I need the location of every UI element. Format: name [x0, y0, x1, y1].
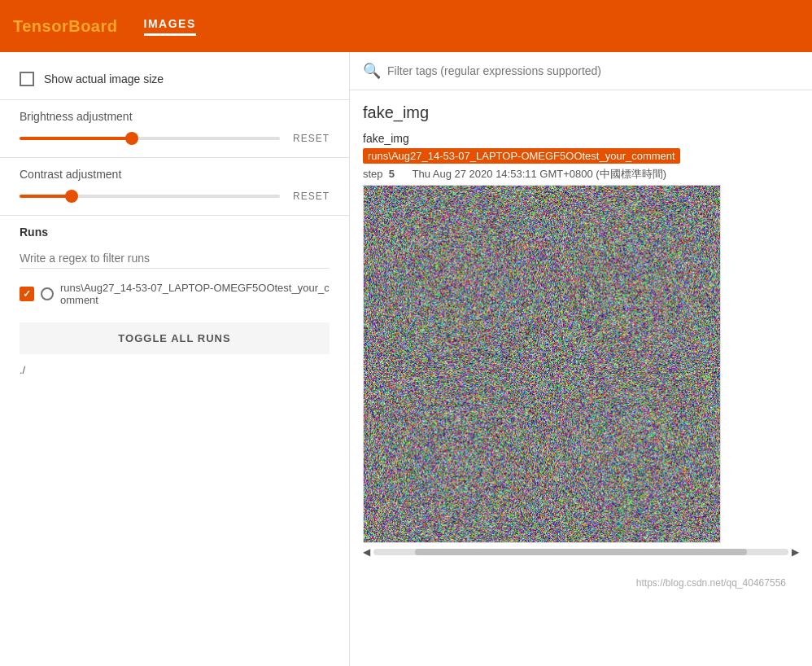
image-entry: fake_img runs\Aug27_14-53-07_LAPTOP-OMEG…: [363, 132, 799, 561]
content-area: 🔍 fake_img fake_img runs\Aug27_14-53-07_…: [350, 52, 812, 666]
image-scrollbar: ◀ ▶: [363, 543, 799, 561]
image-meta: fake_img runs\Aug27_14-53-07_LAPTOP-OMEG…: [363, 132, 799, 182]
scroll-right-arrow[interactable]: ▶: [792, 546, 799, 558]
run-radio[interactable]: [41, 287, 54, 300]
image-step-row: step 5 Thu Aug 27 2020 14:53:11 GMT+0800…: [363, 167, 799, 182]
run-label: runs\Aug27_14-53-07_LAPTOP-OMEGF5OOtest_…: [60, 282, 330, 306]
brightness-slider-thumb[interactable]: [125, 132, 138, 145]
main-layout: Show actual image size Brightness adjust…: [0, 52, 812, 666]
brightness-section: Brightness adjustment RESET: [0, 100, 349, 158]
noise-image-container: [363, 185, 721, 543]
image-entry-title: fake_img: [363, 132, 799, 145]
show-size-checkbox[interactable]: [20, 72, 34, 86]
brightness-slider-row: RESET: [20, 133, 330, 144]
step-label: step: [363, 168, 383, 180]
watermark: https://blog.csdn.net/qq_40467556: [363, 574, 799, 595]
nav-images-tab[interactable]: IMAGES: [144, 17, 196, 36]
contrast-title: Contrast adjustment: [20, 168, 330, 181]
noise-canvas: [364, 186, 720, 542]
runs-title: Runs: [20, 226, 330, 239]
image-run-badge: runs\Aug27_14-53-07_LAPTOP-OMEGF5OOtest_…: [363, 148, 680, 164]
show-size-row: Show actual image size: [0, 65, 349, 100]
scroll-thumb[interactable]: [415, 549, 747, 555]
contrast-reset-button[interactable]: RESET: [293, 191, 330, 202]
current-dir: ./: [20, 361, 330, 379]
brightness-title: Brightness adjustment: [20, 110, 330, 123]
contrast-slider-row: RESET: [20, 191, 330, 202]
logo-board: Board: [68, 17, 117, 35]
contrast-slider-thumb[interactable]: [65, 190, 78, 203]
show-size-label: Show actual image size: [44, 72, 164, 85]
brightness-slider-fill: [20, 137, 132, 140]
contrast-section: Contrast adjustment RESET: [0, 158, 349, 216]
logo-tensor: Tensor: [13, 17, 68, 35]
header: TensorBoard IMAGES: [0, 0, 812, 52]
contrast-slider-fill: [20, 195, 72, 198]
runs-section: Runs runs\Aug27_14-53-07_LAPTOP-OMEGF5OO…: [0, 216, 349, 386]
run-item: runs\Aug27_14-53-07_LAPTOP-OMEGF5OOtest_…: [20, 278, 330, 309]
image-panels: fake_img fake_img runs\Aug27_14-53-07_LA…: [350, 90, 812, 608]
brightness-slider-track[interactable]: [20, 137, 280, 140]
filter-bar: 🔍: [350, 52, 812, 90]
filter-tags-input[interactable]: [387, 64, 799, 77]
logo: TensorBoard: [13, 17, 118, 36]
image-timestamp: Thu Aug 27 2020 14:53:11 GMT+0800 (中國標準時…: [412, 168, 666, 180]
step-value: 5: [389, 168, 395, 180]
run-checkbox[interactable]: [20, 287, 34, 301]
sidebar: Show actual image size Brightness adjust…: [0, 52, 350, 666]
contrast-slider-track[interactable]: [20, 195, 280, 198]
brightness-reset-button[interactable]: RESET: [293, 133, 330, 144]
panel-title: fake_img: [363, 103, 799, 122]
runs-filter-input[interactable]: [20, 248, 330, 269]
search-icon: 🔍: [363, 62, 381, 80]
scroll-left-arrow[interactable]: ◀: [363, 546, 370, 558]
toggle-all-runs-button[interactable]: TOGGLE ALL RUNS: [20, 322, 330, 354]
scroll-track[interactable]: [373, 549, 788, 555]
